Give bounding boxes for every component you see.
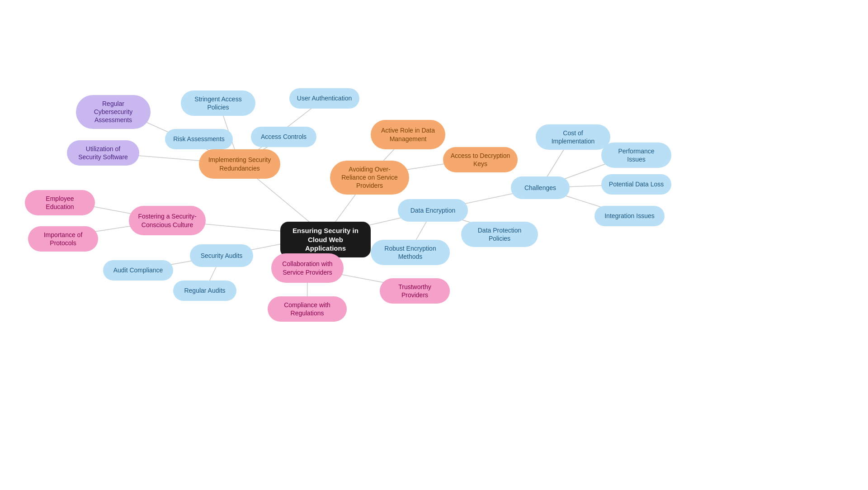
node-active_role[interactable]: Active Role in Data Management <box>371 120 445 149</box>
node-compliance_regs[interactable]: Compliance with Regulations <box>268 296 347 322</box>
node-center[interactable]: Ensuring Security in Cloud Web Applicati… <box>280 222 371 257</box>
node-implementing[interactable]: Implementing Security Redundancies <box>199 149 280 179</box>
node-fostering[interactable]: Fostering a Security-Conscious Culture <box>129 206 206 235</box>
node-security_audits[interactable]: Security Audits <box>190 244 253 267</box>
node-robust_encryption[interactable]: Robust Encryption Methods <box>371 240 450 265</box>
node-regular_cyber[interactable]: Regular Cybersecurity Assessments <box>76 95 151 129</box>
node-data_encryption[interactable]: Data Encryption <box>398 199 468 222</box>
node-access_controls[interactable]: Access Controls <box>251 127 316 147</box>
node-data_protection[interactable]: Data Protection Policies <box>461 222 538 247</box>
node-utilization[interactable]: Utilization of Security Software <box>67 140 139 166</box>
node-challenges[interactable]: Challenges <box>511 176 570 199</box>
node-collaboration[interactable]: Collaboration with Service Providers <box>271 253 344 283</box>
node-regular_audits[interactable]: Regular Audits <box>173 281 236 301</box>
node-user_auth[interactable]: User Authentication <box>289 88 359 109</box>
node-access_decryption[interactable]: Access to Decryption Keys <box>443 147 518 172</box>
node-potential_data_loss[interactable]: Potential Data Loss <box>601 174 671 195</box>
node-integration_issues[interactable]: Integration Issues <box>594 206 665 226</box>
node-risk_assessments[interactable]: Risk Assessments <box>165 129 233 149</box>
node-trustworthy[interactable]: Trustworthy Providers <box>380 278 450 304</box>
node-cost_impl[interactable]: Cost of Implementation <box>536 124 610 150</box>
node-performance_issues[interactable]: Performance Issues <box>601 143 671 168</box>
node-avoiding[interactable]: Avoiding Over-Reliance on Service Provid… <box>330 161 409 195</box>
node-audit_compliance[interactable]: Audit Compliance <box>103 260 173 281</box>
mindmap-container: Ensuring Security in Cloud Web Applicati… <box>0 0 868 490</box>
node-stringent_access[interactable]: Stringent Access Policies <box>181 90 255 116</box>
node-importance_proto[interactable]: Importance of Protocols <box>28 226 98 252</box>
node-employee_edu[interactable]: Employee Education <box>25 190 95 215</box>
